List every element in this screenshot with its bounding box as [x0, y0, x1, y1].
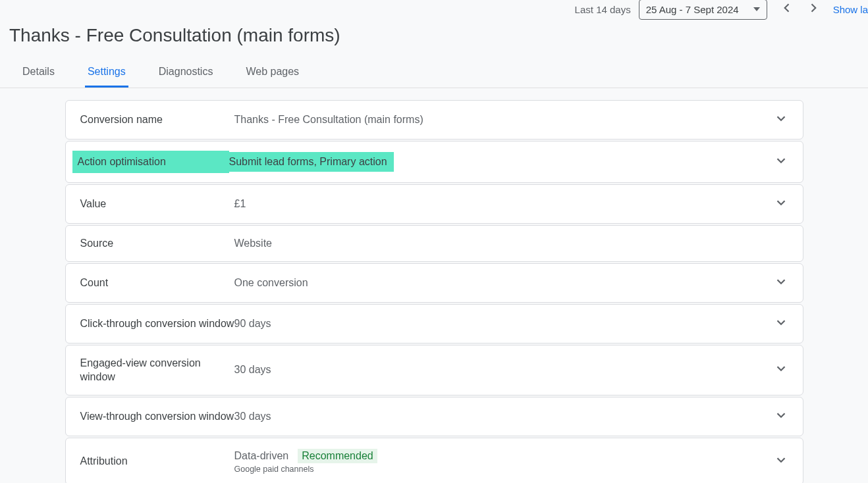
prev-period-button[interactable]	[780, 1, 794, 17]
setting-value: Website	[234, 238, 788, 249]
chevron-down-icon	[774, 361, 788, 378]
setting-view-through-window[interactable]: View-through conversion window 30 days	[65, 397, 803, 436]
date-range-preset-label: Last 14 days	[575, 4, 631, 15]
chevron-down-icon	[774, 195, 788, 213]
setting-label: Source	[80, 236, 234, 251]
setting-label: View-through conversion window	[80, 409, 234, 424]
setting-value: 30 days	[234, 411, 774, 422]
chevron-down-icon	[774, 453, 788, 470]
setting-subvalue: Google paid channels	[234, 465, 774, 474]
show-last-link[interactable]: Show la	[833, 4, 868, 15]
setting-value-wrap: Submit lead forms, Primary action	[229, 152, 774, 172]
next-period-button[interactable]	[807, 1, 820, 17]
setting-value: 90 days	[234, 318, 774, 330]
setting-count[interactable]: Count One conversion	[65, 263, 803, 303]
setting-conversion-name[interactable]: Conversion name Thanks - Free Consultati…	[65, 100, 803, 140]
tab-diagnostics[interactable]: Diagnostics	[156, 61, 216, 88]
chevron-down-icon	[774, 408, 788, 425]
settings-list: Conversion name Thanks - Free Consultati…	[59, 100, 810, 483]
setting-label: Click-through conversion window	[80, 317, 234, 331]
chevron-down-icon	[774, 153, 788, 170]
date-range-picker[interactable]: 25 Aug - 7 Sept 2024	[639, 0, 767, 20]
setting-value: Submit lead forms, Primary action	[223, 152, 394, 172]
setting-value: One conversion	[234, 277, 774, 289]
setting-click-through-window[interactable]: Click-through conversion window 90 days	[65, 304, 803, 343]
setting-label: Engaged-view conversion window	[80, 356, 234, 384]
setting-attribution[interactable]: Attribution Data-driven Recommended Goog…	[65, 438, 803, 483]
recommended-badge: Recommended	[298, 449, 377, 463]
dropdown-caret-icon	[753, 7, 760, 11]
chevron-down-icon	[774, 315, 788, 332]
tab-details[interactable]: Details	[20, 61, 57, 88]
setting-label: Value	[80, 197, 234, 211]
tab-settings[interactable]: Settings	[85, 61, 128, 88]
setting-value: 30 days	[234, 364, 774, 376]
setting-value-row[interactable]: Value £1	[65, 184, 803, 224]
setting-source[interactable]: Source Website	[65, 225, 803, 262]
setting-value: Data-driven	[234, 450, 289, 462]
setting-label: Action optimisation	[72, 151, 229, 173]
setting-engaged-view-window[interactable]: Engaged-view conversion window 30 days	[65, 345, 803, 395]
tab-web-pages[interactable]: Web pages	[243, 61, 302, 88]
setting-value: Thanks - Free Consultation (main forms)	[234, 114, 774, 126]
chevron-down-icon	[774, 111, 788, 128]
setting-label: Count	[80, 276, 234, 290]
tabs: Details Settings Diagnostics Web pages	[0, 61, 868, 88]
setting-action-optimisation[interactable]: Action optimisation Submit lead forms, P…	[65, 141, 803, 183]
setting-value: £1	[234, 198, 774, 210]
chevron-down-icon	[774, 274, 788, 292]
setting-value-wrap: Data-driven Recommended Google paid chan…	[234, 449, 774, 474]
setting-label: Attribution	[80, 454, 234, 469]
setting-label: Conversion name	[80, 113, 234, 127]
date-range-value: 25 Aug - 7 Sept 2024	[646, 4, 739, 15]
page-title: Thanks - Free Consultation (main forms)	[0, 21, 868, 61]
